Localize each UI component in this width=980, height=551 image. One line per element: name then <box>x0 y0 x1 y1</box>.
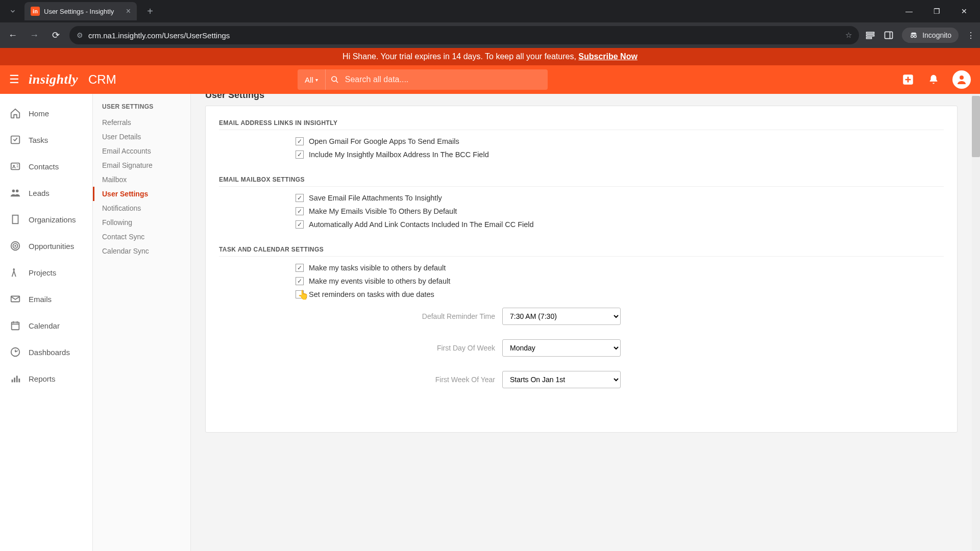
form-row-first-week: First Week Of Year Starts On Jan 1st <box>219 371 944 388</box>
profile-button[interactable] <box>952 70 971 89</box>
site-info-icon[interactable]: ⚙ <box>77 31 83 39</box>
new-tab-button[interactable]: + <box>143 6 157 17</box>
checkbox-auto-link[interactable]: ✓ <box>296 220 304 229</box>
subnav-email-accounts[interactable]: Email Accounts <box>93 144 190 158</box>
tab-close-button[interactable]: × <box>126 7 131 16</box>
reading-list-icon[interactable] <box>865 30 875 40</box>
subnav-notifications[interactable]: Notifications <box>93 201 190 215</box>
first-day-label: First Day Of Week <box>413 344 495 352</box>
subnav-user-details[interactable]: User Details <box>93 130 190 144</box>
logo[interactable]: insightly <box>29 72 78 87</box>
nav-emails[interactable]: Emails <box>0 286 92 312</box>
add-button[interactable] <box>901 73 915 86</box>
checkbox-gmail[interactable]: ✓ <box>296 137 304 145</box>
nav-tasks[interactable]: Tasks <box>0 127 92 153</box>
tab-title: User Settings - Insightly <box>44 8 122 15</box>
page-title: User Settings <box>205 94 958 106</box>
app-name: CRM <box>88 72 116 87</box>
section-mailbox: EMAIL MAILBOX SETTINGS ✓ Save Email File… <box>206 173 957 243</box>
check-row: ✓ Automatically Add And Link Contacts In… <box>296 220 944 229</box>
checkbox-reminders[interactable] <box>296 290 304 298</box>
reminder-time-select[interactable]: 7:30 AM (7:30) <box>502 308 621 325</box>
checkbox-label: Set reminders on tasks with due dates <box>309 290 434 298</box>
home-icon <box>9 107 21 119</box>
first-week-select[interactable]: Starts On Jan 1st <box>502 371 621 388</box>
nav-projects[interactable]: Projects <box>0 259 92 286</box>
nav-dashboards[interactable]: Dashboards <box>0 339 92 365</box>
checkbox-label: Make My Emails Visible To Others By Defa… <box>309 207 457 215</box>
svg-rect-2 <box>867 37 872 39</box>
nav-contacts[interactable]: Contacts <box>0 153 92 180</box>
bookmark-icon[interactable]: ☆ <box>845 31 852 40</box>
subscribe-link[interactable]: Subscribe Now <box>578 52 638 61</box>
close-window-button[interactable]: ✕ <box>957 7 972 15</box>
svg-rect-12 <box>11 163 20 170</box>
search-input[interactable] <box>339 75 548 84</box>
forward-button[interactable]: → <box>27 28 42 43</box>
browser-menu-button[interactable]: ⋮ <box>967 31 975 40</box>
maximize-button[interactable]: ❐ <box>929 7 944 15</box>
checkbox-events-visible[interactable]: ✓ <box>296 277 304 285</box>
window-controls: — ❐ ✕ <box>901 7 976 15</box>
section-email-links: EMAIL ADDRESS LINKS IN INSIGHTLY ✓ Open … <box>206 116 957 173</box>
check-row: ✓ Make My Emails Visible To Others By De… <box>296 207 944 215</box>
tasks-icon <box>9 134 21 146</box>
nav-organizations[interactable]: Organizations <box>0 206 92 233</box>
notifications-button[interactable] <box>928 74 939 85</box>
incognito-label: Incognito <box>922 31 951 39</box>
subnav-mailbox[interactable]: Mailbox <box>93 172 190 187</box>
subnav-contact-sync[interactable]: Contact Sync <box>93 230 190 244</box>
subnav-following[interactable]: Following <box>93 215 190 230</box>
browser-tab[interactable]: in User Settings - Insightly × <box>24 2 137 20</box>
section-title-task-calendar: TASK AND CALENDAR SETTINGS <box>219 246 944 257</box>
svg-rect-37 <box>16 376 18 383</box>
checkbox-tasks-visible[interactable]: ✓ <box>296 264 304 272</box>
nav-home[interactable]: Home <box>0 100 92 127</box>
checkbox-bcc[interactable]: ✓ <box>296 151 304 159</box>
panel-icon[interactable] <box>884 30 894 40</box>
browser-titlebar: in User Settings - Insightly × + — ❐ ✕ <box>0 0 980 22</box>
subnav-email-signature[interactable]: Email Signature <box>93 158 190 172</box>
header-actions <box>901 70 971 89</box>
reminder-time-label: Default Reminder Time <box>413 312 495 320</box>
checkbox-emails-visible[interactable]: ✓ <box>296 207 304 215</box>
app-header: ☰ insightly CRM All ▾ <box>0 65 980 94</box>
check-row: Set reminders on tasks with due dates 👆 <box>296 290 944 298</box>
url-text: crm.na1.insightly.com/Users/UserSettings <box>88 31 230 40</box>
svg-rect-1 <box>867 35 874 36</box>
projects-icon <box>9 266 21 279</box>
scrollbar-thumb[interactable] <box>972 96 980 157</box>
scrollbar[interactable] <box>972 94 980 551</box>
nav-reports[interactable]: Reports <box>0 365 92 392</box>
search-scope-dropdown[interactable]: All ▾ <box>298 69 326 90</box>
subnav-referrals[interactable]: Referrals <box>93 115 190 130</box>
back-button[interactable]: ← <box>5 28 20 43</box>
first-day-select[interactable]: Monday <box>502 339 621 357</box>
svg-rect-35 <box>12 380 13 383</box>
nav-calendar[interactable]: Calendar <box>0 312 92 339</box>
svg-point-10 <box>960 76 964 80</box>
address-bar[interactable]: ⚙ crm.na1.insightly.com/Users/UserSettin… <box>69 26 859 44</box>
checkbox-save-attachments[interactable]: ✓ <box>296 194 304 202</box>
subnav-calendar-sync[interactable]: Calendar Sync <box>93 244 190 258</box>
incognito-badge[interactable]: Incognito <box>902 28 959 43</box>
nav-leads[interactable]: Leads <box>0 180 92 206</box>
subnav-user-settings[interactable]: User Settings <box>93 187 190 201</box>
svg-rect-18 <box>13 215 18 224</box>
tab-search-button[interactable] <box>4 3 21 20</box>
minimize-button[interactable]: — <box>901 7 917 15</box>
reports-icon <box>9 372 21 385</box>
svg-rect-29 <box>12 322 19 330</box>
nav-opportunities[interactable]: Opportunities <box>0 233 92 259</box>
checkbox-label: Make my tasks visible to others by defau… <box>309 264 446 272</box>
first-week-label: First Week Of Year <box>413 375 495 384</box>
hamburger-button[interactable]: ☰ <box>9 73 19 86</box>
main-content: User Settings EMAIL ADDRESS LINKS IN INS… <box>191 94 972 551</box>
settings-panel: EMAIL ADDRESS LINKS IN INSIGHTLY ✓ Open … <box>205 106 958 433</box>
reload-button[interactable]: ⟳ <box>48 28 63 43</box>
calendar-icon <box>9 319 21 332</box>
checkbox-label: Automatically Add And Link Contacts Incl… <box>309 220 534 229</box>
form-row-reminder-time: Default Reminder Time 7:30 AM (7:30) <box>219 308 944 325</box>
section-title-email-links: EMAIL ADDRESS LINKS IN INSIGHTLY <box>219 119 944 130</box>
contacts-icon <box>9 160 21 172</box>
